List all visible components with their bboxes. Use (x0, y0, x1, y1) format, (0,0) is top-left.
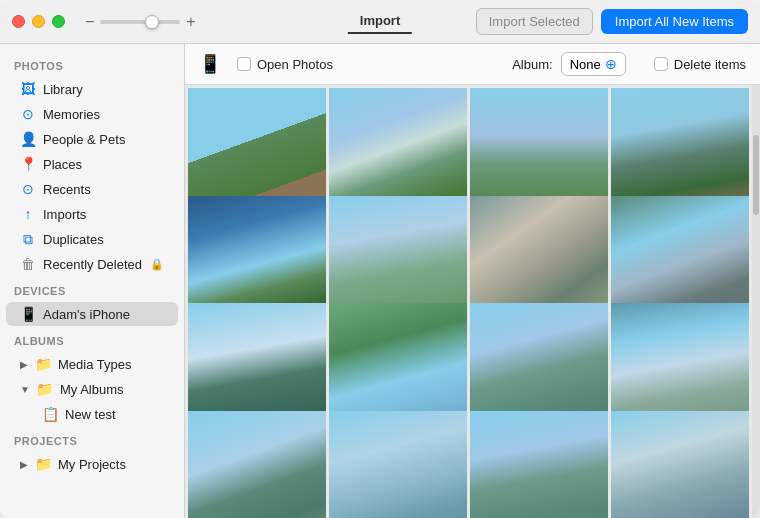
sidebar-item-library[interactable]: 🖼 Library (6, 77, 178, 101)
zoom-slider-area: − + (85, 14, 196, 30)
chevron-down-icon: ▼ (20, 384, 30, 395)
import-all-button[interactable]: Import All New Items (601, 9, 748, 34)
sidebar-item-recents[interactable]: ⊙ Recents (6, 177, 178, 201)
iphone-icon: 📱 (20, 306, 36, 322)
open-photos-checkbox[interactable] (237, 57, 251, 71)
sidebar-item-label-recently-deleted: Recently Deleted (43, 257, 142, 272)
album-select[interactable]: None ⊕ (561, 52, 626, 76)
sidebar-item-my-projects[interactable]: ▶ 📁 My Projects (6, 452, 178, 476)
sidebar-item-label-library: Library (43, 82, 83, 97)
sidebar-item-label-people-pets: People & Pets (43, 132, 125, 147)
sidebar-item-my-albums[interactable]: ▼ 📁 My Albums (6, 377, 178, 401)
sidebar-item-label-media-types: Media Types (58, 357, 131, 372)
tab-import[interactable]: Import (348, 9, 412, 34)
import-toolbar: 📱 Open Photos Album: None ⊕ Delete items (185, 44, 760, 85)
folder-icon: 📁 (35, 356, 51, 372)
sidebar-section-albums: Albums (0, 327, 184, 351)
zoom-in-icon[interactable]: + (186, 14, 195, 30)
sidebar-section-photos: Photos (0, 52, 184, 76)
album-area: Album: None ⊕ (512, 52, 626, 76)
sidebar-item-label-places: Places (43, 157, 82, 172)
main-content: Photos 🖼 Library ⊙ Memories 👤 People & P… (0, 44, 760, 518)
imports-icon: ↑ (20, 206, 36, 222)
zoom-slider-thumb[interactable] (145, 15, 159, 29)
sidebar-item-label-new-test: New test (65, 407, 116, 422)
delete-items-checkbox[interactable] (654, 57, 668, 71)
sidebar-item-label-imports: Imports (43, 207, 86, 222)
sidebar-item-new-test[interactable]: 📋 New test (6, 402, 178, 426)
folder2-icon: 📁 (37, 381, 53, 397)
memories-icon: ⊙ (20, 106, 36, 122)
sidebar-item-memories[interactable]: ⊙ Memories (6, 102, 178, 126)
sidebar-item-imports[interactable]: ↑ Imports (6, 202, 178, 226)
lock-icon: 🔒 (150, 258, 164, 271)
album-icon: 📋 (42, 406, 58, 422)
chevron-right-icon: ▶ (20, 359, 28, 370)
sidebar-item-label-memories: Memories (43, 107, 100, 122)
sidebar: Photos 🖼 Library ⊙ Memories 👤 People & P… (0, 44, 185, 518)
sidebar-section-projects: Projects (0, 427, 184, 451)
sidebar-section-devices: Devices (0, 277, 184, 301)
projects-folder-icon: 📁 (35, 456, 51, 472)
photo-cell-13[interactable] (188, 411, 326, 519)
device-phone-icon: 📱 (199, 53, 221, 75)
traffic-lights (12, 15, 65, 28)
photo-cell-14[interactable] (329, 411, 467, 519)
photo-cell-16[interactable] (611, 411, 749, 519)
open-photos-label: Open Photos (257, 57, 333, 72)
maximize-button[interactable] (52, 15, 65, 28)
open-photos-area[interactable]: Open Photos (237, 57, 333, 72)
close-button[interactable] (12, 15, 25, 28)
places-icon: 📍 (20, 156, 36, 172)
recently-deleted-icon: 🗑 (20, 256, 36, 272)
scrollbar[interactable] (752, 85, 760, 518)
titlebar-center: Import (348, 9, 412, 34)
titlebar-actions: Import Selected Import All New Items (476, 8, 748, 35)
sidebar-item-media-types[interactable]: ▶ 📁 Media Types (6, 352, 178, 376)
album-label: Album: (512, 57, 552, 72)
sidebar-item-label-my-projects: My Projects (58, 457, 126, 472)
chevron-right2-icon: ▶ (20, 459, 28, 470)
duplicates-icon: ⧉ (20, 231, 36, 247)
sidebar-item-people-pets[interactable]: 👤 People & Pets (6, 127, 178, 151)
album-select-arrow-icon: ⊕ (605, 56, 617, 72)
zoom-out-icon[interactable]: − (85, 14, 94, 30)
scrollbar-thumb[interactable] (753, 135, 759, 215)
titlebar: − + Import Import Selected Import All Ne… (0, 0, 760, 44)
sidebar-item-recently-deleted[interactable]: 🗑 Recently Deleted 🔒 (6, 252, 178, 276)
minimize-button[interactable] (32, 15, 45, 28)
main-window: − + Import Import Selected Import All Ne… (0, 0, 760, 518)
photo-grid: 0:25 (185, 85, 752, 518)
album-select-value: None (570, 57, 601, 72)
people-pets-icon: 👤 (20, 131, 36, 147)
sidebar-item-places[interactable]: 📍 Places (6, 152, 178, 176)
sidebar-item-label-recents: Recents (43, 182, 91, 197)
photo-cell-15[interactable] (470, 411, 608, 519)
sidebar-item-duplicates[interactable]: ⧉ Duplicates (6, 227, 178, 251)
import-selected-button[interactable]: Import Selected (476, 8, 593, 35)
sidebar-item-label-duplicates: Duplicates (43, 232, 104, 247)
sidebar-item-label-my-albums: My Albums (60, 382, 124, 397)
zoom-slider-track[interactable] (100, 20, 180, 24)
import-panel: 📱 Open Photos Album: None ⊕ Delete items (185, 44, 760, 518)
sidebar-item-label-adams-iphone: Adam's iPhone (43, 307, 130, 322)
delete-items-label: Delete items (674, 57, 746, 72)
delete-items-area[interactable]: Delete items (654, 57, 746, 72)
sidebar-item-adams-iphone[interactable]: 📱 Adam's iPhone (6, 302, 178, 326)
device-icon-area: 📱 (199, 53, 221, 75)
recents-icon: ⊙ (20, 181, 36, 197)
library-icon: 🖼 (20, 81, 36, 97)
